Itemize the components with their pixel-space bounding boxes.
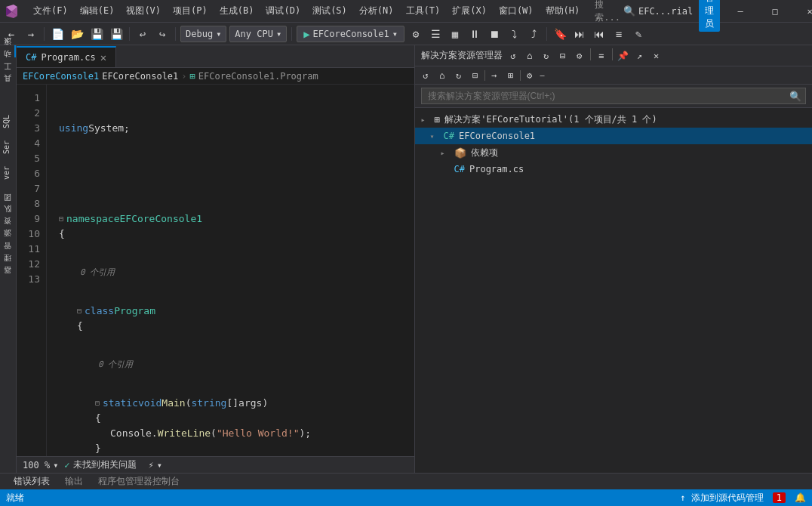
dependencies-item[interactable]: ▸ 📦 依赖项 <box>415 144 813 161</box>
code-line-5: ⊟ class Program <box>77 304 414 319</box>
toolbar-btn-9[interactable]: ⏮ <box>591 26 607 42</box>
editor-tabs: C# Program.cs ✕ <box>17 45 414 68</box>
deps-label: 依赖项 <box>471 147 498 159</box>
toolbar-btn-6[interactable]: ⤵ <box>506 26 522 42</box>
bottom-tab-errors[interactable]: 错误列表 <box>6 474 57 490</box>
toolbar-btn-5[interactable]: ⏹ <box>486 26 503 42</box>
source-control-text[interactable]: ↑ 添加到源代码管理 <box>680 492 763 504</box>
sol-collapse-button[interactable]: ⊟ <box>555 48 571 63</box>
collapse-icon-3[interactable]: ⊟ <box>59 211 63 227</box>
sol-home-button[interactable]: ⌂ <box>522 48 537 63</box>
menu-build[interactable]: 生成(B) <box>214 2 260 20</box>
toolbar-btn-8[interactable]: ⏭ <box>571 26 588 42</box>
menu-project[interactable]: 项目(P) <box>167 2 214 20</box>
platform-chevron-icon: ▾ <box>276 29 281 39</box>
menu-debug[interactable]: 调试(D) <box>260 2 306 20</box>
sol-tb-1[interactable]: ↺ <box>418 68 433 83</box>
menu-tools[interactable]: 工具(T) <box>400 2 447 20</box>
project-item[interactable]: ▾ C# EFCoreConsole1 <box>415 128 813 144</box>
bottom-tab-packages[interactable]: 程序包管理器控制台 <box>91 474 187 489</box>
save-all-button[interactable]: 💾 <box>108 26 125 42</box>
sidebar-tab-5[interactable]: 团 队 资 源 管 理 器 <box>0 201 16 285</box>
tab-close-button[interactable]: ✕ <box>100 51 106 63</box>
left-sidebar: 滚 动 工 具 SQL Ser ver 团 队 资 源 管 理 器 <box>0 45 17 473</box>
solution-root-item[interactable]: ▸ ⊞ 解决方案'EFCoreTutorial'(1 个项目/共 1 个) <box>415 111 813 128</box>
sidebar-tab-3[interactable]: 工 <box>0 69 16 82</box>
forward-button[interactable]: → <box>23 26 39 42</box>
sol-tb-2[interactable]: ⌂ <box>435 68 450 83</box>
sidebar-tab-2[interactable]: 动 <box>0 57 16 69</box>
sol-close-button[interactable]: ✕ <box>649 48 664 63</box>
project-label: EFCoreConsole1 <box>459 131 535 141</box>
toolbar-btn-2[interactable]: ☰ <box>427 26 444 42</box>
solution-panel-controls[interactable]: ↺ ⌂ ↻ ⊟ ⚙ ≡ 📌 ↗ ✕ <box>506 48 664 63</box>
code-line-1: using System; <box>59 121 414 136</box>
program-file-item[interactable]: ▸ C# Program.cs <box>415 161 813 177</box>
back-button[interactable]: ← <box>3 26 20 42</box>
code-content[interactable]: using System; ⊟ namespace EFCoreConsole1… <box>47 85 414 456</box>
toolbar-btn-7[interactable]: ⤴ <box>525 26 542 42</box>
sol-tb-sep-dash: — <box>539 71 546 79</box>
solution-title-bar: 解决方案资源管理器 ↺ ⌂ ↻ ⊟ ⚙ ≡ 📌 ↗ ✕ <box>415 45 813 66</box>
bottom-tab-output[interactable]: 输出 <box>57 474 91 489</box>
sol-settings-button[interactable]: ⚙ <box>572 48 587 63</box>
save-button[interactable]: 💾 <box>88 26 105 42</box>
open-button[interactable]: 📂 <box>69 26 85 42</box>
sol-filter-button[interactable]: ≡ <box>594 48 609 63</box>
toolbar-btn-11[interactable]: ✎ <box>630 26 647 42</box>
run-button[interactable]: ▶ EFCoreConsole1 ▾ <box>297 26 404 42</box>
menu-test[interactable]: 测试(S) <box>306 2 353 20</box>
sol-tb-5[interactable]: → <box>487 68 502 83</box>
undo-button[interactable]: ↩ <box>134 26 151 42</box>
sol-refresh-button[interactable]: ↻ <box>539 48 554 63</box>
platform-dropdown[interactable]: Any CPU ▾ <box>229 26 287 42</box>
zoom-chevron-icon: ▾ <box>53 460 58 471</box>
toolbar-separator-2 <box>129 27 130 41</box>
window-controls[interactable]: — □ ✕ <box>723 0 812 23</box>
menu-bar[interactable]: 文件(F) 编辑(E) 视图(V) 项目(P) 生成(B) 调试(D) 测试(S… <box>27 2 586 20</box>
sol-tb-4[interactable]: ⊟ <box>468 68 483 83</box>
close-button[interactable]: ✕ <box>792 0 812 23</box>
sidebar-tab-sql[interactable]: SQL Ser ver <box>0 109 16 186</box>
sol-pin-button[interactable]: 📌 <box>616 48 631 63</box>
menu-help[interactable]: 帮助(H) <box>540 2 586 20</box>
bookmark-button[interactable]: 🔖 <box>552 26 568 42</box>
redo-button[interactable]: ↪ <box>154 26 171 42</box>
menu-analyze[interactable]: 分析(N) <box>353 2 400 20</box>
maximize-button[interactable]: □ <box>758 0 792 23</box>
menu-view[interactable]: 视图(V) <box>120 2 167 20</box>
sidebar-tab-4[interactable]: 具 <box>0 82 16 94</box>
minimize-button[interactable]: — <box>723 0 758 23</box>
menu-window[interactable]: 窗口(W) <box>493 2 540 20</box>
tab-file-name: Program.cs <box>41 52 95 63</box>
code-editor[interactable]: 1 2 3 4 5 6 7 8 9 10 11 12 13 using Syst… <box>17 85 414 456</box>
sol-tb-3[interactable]: ↻ <box>451 68 466 83</box>
toolbar-btn-3[interactable]: ▦ <box>447 26 463 42</box>
editor-tab-program[interactable]: C# Program.cs ✕ <box>17 46 116 67</box>
menu-edit[interactable]: 编辑(E) <box>74 2 121 20</box>
sol-popout-button[interactable]: ↗ <box>632 48 647 63</box>
config-dropdown[interactable]: Debug ▾ <box>180 26 226 42</box>
toolbar-btn-1[interactable]: ⚙ <box>408 26 424 42</box>
toolbar-btn-10[interactable]: ≡ <box>611 26 627 42</box>
title-search[interactable]: 搜索... 🔍 <box>595 0 635 24</box>
solution-search-input[interactable] <box>421 88 807 104</box>
breadcrumb-class-icon: ⊞ <box>190 71 195 82</box>
sol-tb-6[interactable]: ⊞ <box>503 68 518 83</box>
collapse-icon-7[interactable]: ⊟ <box>95 396 100 411</box>
sidebar-tab-1[interactable]: 滚 <box>0 45 16 57</box>
lint-controls[interactable]: ⚡ ▾ <box>149 460 162 471</box>
check-icon: ✓ <box>64 460 69 471</box>
user-button[interactable]: 管理员 <box>699 0 720 32</box>
menu-extensions[interactable]: 扩展(X) <box>446 2 493 20</box>
toolbar-btn-4[interactable]: ⏸ <box>466 26 483 42</box>
sol-tb-7[interactable]: ⚙ <box>522 68 537 83</box>
menu-file[interactable]: 文件(F) <box>27 2 74 20</box>
deps-chevron: ▸ <box>441 149 451 157</box>
sol-sync-button[interactable]: ↺ <box>506 48 521 63</box>
new-button[interactable]: 📄 <box>49 26 66 42</box>
solution-root-label: 解决方案'EFCoreTutorial'(1 个项目/共 1 个) <box>444 113 657 126</box>
zoom-control[interactable]: 100 % ▾ <box>23 460 58 471</box>
collapse-icon-5[interactable]: ⊟ <box>77 304 82 319</box>
solution-search-icon: 🔍 <box>789 91 801 102</box>
